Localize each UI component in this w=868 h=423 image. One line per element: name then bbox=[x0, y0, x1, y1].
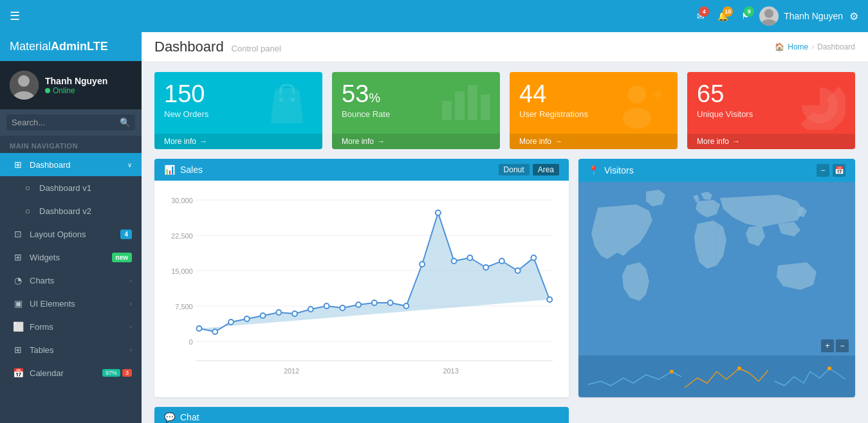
search-wrapper: 🔍 bbox=[6, 114, 135, 130]
stat-card-body-bounce: 53% Bounce Rate bbox=[342, 82, 490, 119]
sidebar-avatar bbox=[10, 71, 39, 100]
sidebar-item-dashboard-v1[interactable]: ○ Dashboard v1 bbox=[0, 176, 142, 199]
svg-point-40 bbox=[356, 302, 361, 307]
gear-icon[interactable]: ⚙ bbox=[849, 10, 858, 22]
main-layout: MaterialAdminLTE Thanh Nguyen Online 🔍 bbox=[0, 32, 868, 423]
stat-card-bounce: 53% Bounce Rate bbox=[332, 72, 500, 149]
svg-point-38 bbox=[324, 303, 329, 309]
visitors-map bbox=[578, 182, 855, 336]
visitor-mini-charts bbox=[578, 356, 855, 397]
svg-text:22,500: 22,500 bbox=[171, 232, 192, 240]
sidebar-item-dashboard[interactable]: ⊞ Dashboard ∨ bbox=[0, 153, 142, 176]
svg-point-30 bbox=[197, 326, 202, 331]
stat-label-orders: New Orders bbox=[164, 109, 208, 119]
arrow-right-icon-3: → bbox=[555, 137, 562, 146]
svg-text:15,000: 15,000 bbox=[171, 267, 192, 275]
brand-name: MaterialAdminLTE bbox=[10, 40, 108, 53]
svg-rect-10 bbox=[481, 94, 490, 120]
mail-icon-wrapper[interactable]: ✉ 4 bbox=[694, 8, 708, 24]
bottom-row: 💬 Chat bbox=[154, 407, 855, 423]
svg-rect-7 bbox=[442, 101, 452, 120]
sidebar-item-ui-elements[interactable]: ▣ UI Elements ‹ bbox=[0, 292, 142, 315]
sales-card: 📊 Sales Donut Area bbox=[154, 159, 569, 397]
sales-card-header: 📊 Sales Donut Area bbox=[154, 159, 569, 181]
chat-icon: 💬 bbox=[164, 412, 175, 422]
sidebar-user-info: Thanh Nguyen Online bbox=[45, 76, 107, 95]
sidebar-item-forms[interactable]: ⬜ Forms ‹ bbox=[0, 315, 142, 338]
user-menu[interactable]: Thanh Nguyen bbox=[759, 6, 843, 26]
sidebar-item-tables[interactable]: ⊞ Tables ‹ bbox=[0, 338, 142, 361]
svg-point-12 bbox=[623, 108, 651, 129]
svg-point-45 bbox=[436, 210, 441, 215]
stat-footer-bounce[interactable]: More info → bbox=[332, 134, 500, 149]
svg-point-50 bbox=[515, 268, 521, 273]
chevron-right-icon-3: ‹ bbox=[130, 323, 132, 330]
svg-point-52 bbox=[547, 297, 552, 302]
svg-text:30,000: 30,000 bbox=[171, 197, 192, 204]
stat-cards: 150 New Orders bbox=[154, 72, 855, 149]
search-button[interactable]: 🔍 bbox=[120, 118, 131, 127]
stat-card-visitors: 65 Unique Visitors More info → bbox=[687, 72, 855, 149]
sidebar-item-charts[interactable]: ◔ Charts ‹ bbox=[0, 269, 142, 292]
svg-text:2013: 2013 bbox=[443, 367, 459, 375]
arrow-right-icon-4: → bbox=[732, 137, 740, 146]
sidebar-logo: MaterialAdminLTE bbox=[0, 32, 142, 61]
donut-button[interactable]: Donut bbox=[499, 164, 530, 176]
mail-badge: 4 bbox=[699, 6, 709, 17]
chat-title: 💬 Chat bbox=[164, 412, 199, 422]
sidebar-item-dashboard-v2[interactable]: ○ Dashboard v2 bbox=[0, 199, 142, 222]
sidebar-user-name: Thanh Nguyen bbox=[45, 76, 107, 86]
svg-rect-5 bbox=[279, 98, 283, 102]
svg-point-57 bbox=[737, 366, 741, 370]
flag-icon-wrapper[interactable]: ⚑ 9 bbox=[738, 8, 753, 24]
sidebar-search-area: 🔍 bbox=[0, 109, 142, 136]
svg-point-31 bbox=[212, 329, 217, 334]
arrow-right-icon: → bbox=[199, 137, 207, 146]
visitors-card: 📍 Visitors − 📅 bbox=[578, 159, 855, 397]
stat-card-body-reg: 44 User Registrations bbox=[519, 82, 668, 119]
arrow-right-icon-2: → bbox=[377, 137, 385, 146]
flag-badge: 9 bbox=[744, 6, 754, 17]
minus-button[interactable]: − bbox=[817, 164, 829, 177]
page-subtitle: Control panel bbox=[232, 44, 281, 53]
map-controls: + − bbox=[578, 336, 855, 356]
calendar-button[interactable]: 📅 bbox=[833, 164, 845, 177]
user-avatar bbox=[759, 6, 779, 26]
top-navigation: ☰ ✉ 4 🔔 10 ⚑ 9 Thanh Nguyen ⚙ bbox=[0, 0, 868, 32]
layout-icon: ⊡ bbox=[12, 229, 24, 239]
svg-point-32 bbox=[228, 320, 234, 325]
search-input[interactable] bbox=[12, 118, 120, 127]
svg-point-39 bbox=[340, 305, 345, 310]
sidebar-item-widgets[interactable]: ⊞ Widgets new bbox=[0, 246, 142, 269]
bell-icon-wrapper[interactable]: 🔔 10 bbox=[714, 8, 732, 24]
layout-badge: 4 bbox=[120, 230, 132, 239]
sidebar-item-layout-options[interactable]: ⊡ Layout Options 4 bbox=[0, 222, 142, 246]
zoom-out-button[interactable]: − bbox=[836, 339, 849, 352]
stat-label-reg: User Registrations bbox=[519, 109, 588, 119]
mini-charts-svg bbox=[585, 359, 849, 394]
svg-point-37 bbox=[308, 307, 313, 312]
charts-row: 📊 Sales Donut Area bbox=[154, 159, 855, 397]
stat-label-bounce: Bounce Rate bbox=[342, 109, 390, 119]
chevron-down-icon: ∨ bbox=[127, 161, 132, 168]
bar-chart-icon bbox=[439, 78, 490, 132]
sidebar-item-calendar[interactable]: 📅 Calendar 97% 3 bbox=[0, 361, 142, 384]
svg-point-11 bbox=[628, 86, 646, 104]
svg-point-42 bbox=[388, 300, 393, 305]
sales-title: 📊 Sales bbox=[164, 165, 203, 175]
stat-info-vis: 65 Unique Visitors bbox=[697, 82, 753, 119]
svg-rect-6 bbox=[291, 98, 295, 102]
svg-rect-8 bbox=[455, 91, 465, 120]
zoom-in-button[interactable]: + bbox=[821, 339, 834, 352]
sidebar-user-status: Online bbox=[45, 86, 107, 95]
stat-info-orders: 150 New Orders bbox=[164, 82, 208, 119]
hamburger-menu[interactable]: ☰ bbox=[10, 9, 20, 23]
svg-point-48 bbox=[483, 265, 488, 270]
dashboard-icon: ⊞ bbox=[12, 159, 24, 170]
widgets-icon: ⊞ bbox=[12, 252, 24, 262]
breadcrumb-home[interactable]: Home bbox=[788, 42, 808, 51]
visitors-card-header: 📍 Visitors − 📅 bbox=[578, 159, 855, 182]
area-button[interactable]: Area bbox=[533, 164, 559, 176]
svg-point-33 bbox=[245, 316, 250, 321]
widgets-badge: new bbox=[112, 253, 132, 262]
